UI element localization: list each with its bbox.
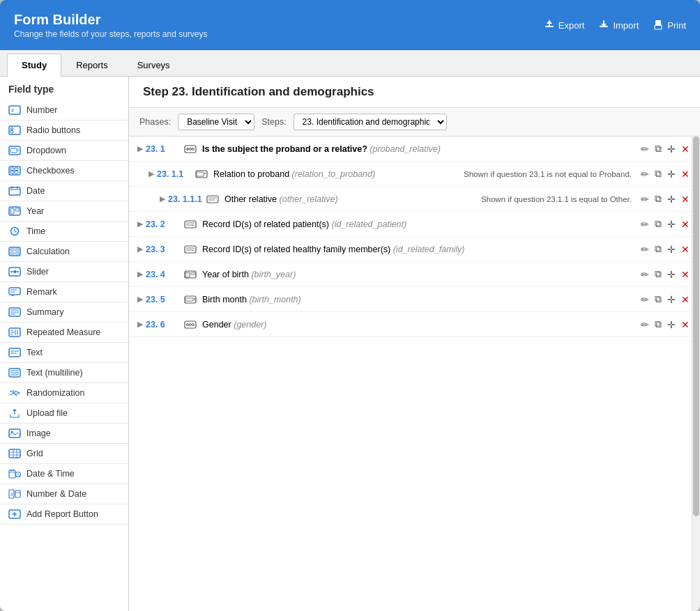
question-actions: ✏ ⧉ ✛ ✕ xyxy=(639,292,692,307)
expand-arrow[interactable]: ▶ xyxy=(149,169,154,178)
svg-rect-103 xyxy=(185,272,190,277)
sidebar-item-time[interactable]: Time xyxy=(0,222,128,242)
tab-reports[interactable]: Reports xyxy=(61,54,123,76)
svg-marker-63 xyxy=(13,409,17,411)
sidebar-item-text-multiline[interactable]: Text (multiline) xyxy=(0,363,128,383)
sidebar: Field type # Number xyxy=(0,77,129,611)
dropdown-icon xyxy=(8,146,21,155)
expand-arrow[interactable]: ▶ xyxy=(137,219,143,229)
copy-button[interactable]: ⧉ xyxy=(653,167,664,181)
print-button[interactable]: Print xyxy=(653,19,686,32)
table-row: ▶ 23. 2 Record ID(s) of related patient(… xyxy=(129,212,700,237)
move-button[interactable]: ✛ xyxy=(665,242,678,256)
sidebar-label-datetime: Date & Time xyxy=(26,469,75,479)
svg-marker-2 xyxy=(547,20,552,24)
edit-button[interactable]: ✏ xyxy=(639,242,651,256)
edit-button[interactable]: ✏ xyxy=(639,318,651,332)
delete-button[interactable]: ✕ xyxy=(679,217,692,231)
delete-button[interactable]: ✕ xyxy=(679,192,692,206)
question-actions: ✏ ⧉ ✛ ✕ xyxy=(639,192,692,206)
sidebar-item-summary[interactable]: Summary xyxy=(0,302,128,323)
copy-button[interactable]: ⧉ xyxy=(653,317,664,332)
sidebar-item-randomization[interactable]: Randomization xyxy=(0,383,128,403)
move-button[interactable]: ✛ xyxy=(665,142,678,156)
sidebar-item-dropdown[interactable]: Dropdown xyxy=(0,141,128,161)
expand-arrow[interactable]: ▶ xyxy=(137,295,143,304)
sidebar-label-summary: Summary xyxy=(26,307,63,317)
edit-button[interactable]: ✏ xyxy=(639,217,651,231)
tab-study[interactable]: Study xyxy=(7,54,61,77)
edit-button[interactable]: ✏ xyxy=(639,167,651,181)
svg-rect-93 xyxy=(207,196,218,203)
tab-surveys[interactable]: Surveys xyxy=(123,54,185,76)
sidebar-item-repeated-measure[interactable]: Repeated Measure xyxy=(0,323,128,343)
svg-text:#: # xyxy=(11,107,15,114)
copy-button[interactable]: ⧉ xyxy=(653,292,664,307)
sidebar-item-number[interactable]: # Number xyxy=(0,100,128,121)
sidebar-label-dropdown: Dropdown xyxy=(26,146,66,155)
edit-button[interactable]: ✏ xyxy=(639,268,651,281)
copy-button[interactable]: ⧉ xyxy=(653,217,664,231)
svg-point-14 xyxy=(11,128,13,130)
steps-select[interactable]: 23. Identification and demographics xyxy=(294,114,447,130)
import-button[interactable]: Import xyxy=(598,19,639,32)
table-row: ▶ 23. 1.1 Relation to proband (relation_… xyxy=(129,162,700,187)
sidebar-item-numberdate[interactable]: # Number & Date xyxy=(0,484,128,504)
svg-rect-35 xyxy=(15,249,19,251)
sidebar-label-add-report: Add Report Button xyxy=(26,509,98,519)
delete-button[interactable]: ✕ xyxy=(679,242,692,256)
scrollbar-thumb[interactable] xyxy=(693,137,699,516)
delete-button[interactable]: ✕ xyxy=(679,167,692,181)
svg-rect-23 xyxy=(9,187,20,195)
svg-rect-41 xyxy=(9,288,20,295)
copy-button[interactable]: ⧉ xyxy=(653,141,664,156)
phase-select[interactable]: Baseline Visit xyxy=(178,114,254,130)
sidebar-item-image[interactable]: Image xyxy=(0,424,128,444)
sidebar-item-date[interactable]: Date xyxy=(0,181,128,201)
edit-button[interactable]: ✏ xyxy=(639,142,651,156)
copy-button[interactable]: ⧉ xyxy=(653,242,664,256)
expand-arrow[interactable]: ▶ xyxy=(137,144,143,153)
move-button[interactable]: ✛ xyxy=(665,192,678,206)
expand-arrow[interactable]: ▶ xyxy=(137,245,143,254)
sidebar-item-add-report[interactable]: Add Report Button xyxy=(0,504,128,525)
sidebar-item-checkboxes[interactable]: Checkboxes xyxy=(0,161,128,181)
delete-button[interactable]: ✕ xyxy=(679,142,692,156)
svg-rect-73 xyxy=(10,470,12,472)
edit-button[interactable]: ✏ xyxy=(639,293,651,307)
number-icon: # xyxy=(8,105,21,115)
sidebar-item-calculation[interactable]: Calculation xyxy=(0,242,128,262)
edit-button[interactable]: ✏ xyxy=(639,192,651,206)
sidebar-item-year[interactable]: Year xyxy=(0,201,128,222)
expand-arrow[interactable]: ▶ xyxy=(160,194,165,203)
copy-button[interactable]: ⧉ xyxy=(653,192,664,206)
table-row: ▶ 23. 3 Record ID(s) of related healthy … xyxy=(129,237,700,262)
question-actions: ✏ ⧉ ✛ ✕ xyxy=(639,317,692,332)
sidebar-label-grid: Grid xyxy=(26,449,43,458)
sidebar-item-text[interactable]: Text xyxy=(0,343,128,363)
sidebar-item-grid[interactable]: Grid xyxy=(0,444,128,464)
move-button[interactable]: ✛ xyxy=(665,217,678,231)
delete-button[interactable]: ✕ xyxy=(679,293,692,307)
expand-arrow[interactable]: ▶ xyxy=(137,320,143,329)
move-button[interactable]: ✛ xyxy=(665,268,678,281)
move-button[interactable]: ✛ xyxy=(665,293,678,307)
delete-button[interactable]: ✕ xyxy=(679,268,692,281)
svg-rect-8 xyxy=(655,24,661,26)
sidebar-item-slider[interactable]: Slider xyxy=(0,262,128,282)
content-area: Step 23. Identification and demographics… xyxy=(129,77,700,611)
sidebar-item-upload[interactable]: Upload file xyxy=(0,403,128,424)
header-left: Form Builder Change the fields of your s… xyxy=(14,12,207,39)
sidebar-item-datetime[interactable]: Date & Time xyxy=(0,464,128,484)
sidebar-item-radio[interactable]: Radio buttons xyxy=(0,121,128,141)
copy-button[interactable]: ⧉ xyxy=(653,267,664,281)
scrollbar-track[interactable] xyxy=(692,137,700,611)
sidebar-label-checkboxes: Checkboxes xyxy=(26,166,75,176)
delete-button[interactable]: ✕ xyxy=(679,318,692,332)
move-button[interactable]: ✛ xyxy=(665,318,678,332)
sidebar-label-numberdate: Number & Date xyxy=(26,489,86,499)
expand-arrow[interactable]: ▶ xyxy=(137,270,143,279)
export-button[interactable]: Export xyxy=(544,19,585,32)
sidebar-item-remark[interactable]: Remark xyxy=(0,282,128,302)
move-button[interactable]: ✛ xyxy=(665,167,678,181)
